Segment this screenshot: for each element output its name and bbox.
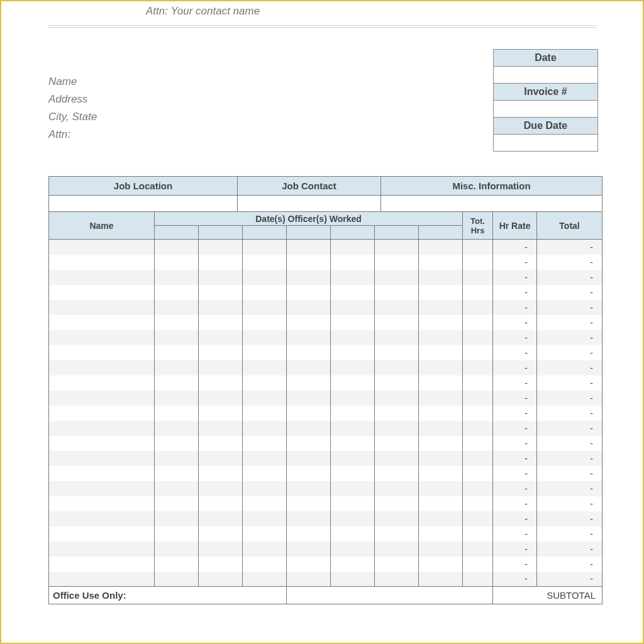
table-cell[interactable]: - xyxy=(537,526,602,541)
table-cell[interactable]: - xyxy=(537,240,602,255)
table-cell[interactable] xyxy=(199,466,243,481)
table-cell[interactable] xyxy=(375,240,419,255)
table-cell[interactable]: - xyxy=(537,466,602,481)
table-cell[interactable] xyxy=(49,557,155,572)
table-cell[interactable] xyxy=(419,240,463,255)
table-cell[interactable] xyxy=(199,375,243,391)
table-cell[interactable] xyxy=(419,285,463,300)
table-cell[interactable] xyxy=(199,421,243,436)
table-cell[interactable] xyxy=(375,285,419,300)
table-cell[interactable]: - xyxy=(493,406,537,421)
table-cell[interactable] xyxy=(199,436,243,451)
table-cell[interactable] xyxy=(419,391,463,406)
table-cell[interactable]: - xyxy=(493,270,537,285)
table-cell[interactable]: - xyxy=(493,240,537,255)
table-cell[interactable] xyxy=(331,345,375,360)
table-cell[interactable] xyxy=(331,255,375,270)
table-cell[interactable] xyxy=(243,511,287,526)
table-cell[interactable] xyxy=(375,360,419,375)
table-cell[interactable] xyxy=(463,466,493,481)
table-cell[interactable]: - xyxy=(493,511,537,526)
table-cell[interactable] xyxy=(287,541,331,557)
table-cell[interactable] xyxy=(331,481,375,496)
table-cell[interactable] xyxy=(155,375,199,391)
table-cell[interactable] xyxy=(287,255,331,270)
table-cell[interactable] xyxy=(375,466,419,481)
table-cell[interactable] xyxy=(375,421,419,436)
table-cell[interactable] xyxy=(463,240,493,255)
table-cell[interactable] xyxy=(419,421,463,436)
table-cell[interactable] xyxy=(463,451,493,466)
table-cell[interactable] xyxy=(243,496,287,511)
table-cell[interactable] xyxy=(287,406,331,421)
table-cell[interactable] xyxy=(199,330,243,345)
table-cell[interactable] xyxy=(419,466,463,481)
table-cell[interactable]: - xyxy=(537,406,602,421)
table-cell[interactable] xyxy=(243,270,287,285)
table-cell[interactable] xyxy=(49,481,155,496)
cell-misc-info[interactable] xyxy=(381,196,602,212)
table-cell[interactable] xyxy=(287,421,331,436)
table-cell[interactable] xyxy=(199,270,243,285)
table-cell[interactable]: - xyxy=(493,345,537,360)
table-cell[interactable] xyxy=(375,557,419,572)
table-cell[interactable]: - xyxy=(537,285,602,300)
table-cell[interactable] xyxy=(243,572,287,587)
table-cell[interactable] xyxy=(463,572,493,587)
table-cell[interactable] xyxy=(199,345,243,360)
table-cell[interactable] xyxy=(243,391,287,406)
table-cell[interactable] xyxy=(287,270,331,285)
table-cell[interactable] xyxy=(243,421,287,436)
table-cell[interactable] xyxy=(287,466,331,481)
table-cell[interactable]: - xyxy=(493,300,537,315)
table-cell[interactable] xyxy=(331,436,375,451)
table-cell[interactable] xyxy=(243,557,287,572)
table-cell[interactable] xyxy=(49,315,155,330)
table-cell[interactable] xyxy=(155,511,199,526)
cell-job-location[interactable] xyxy=(49,196,238,212)
table-cell[interactable]: - xyxy=(493,436,537,451)
table-cell[interactable] xyxy=(419,511,463,526)
table-cell[interactable] xyxy=(49,406,155,421)
table-cell[interactable] xyxy=(375,496,419,511)
table-cell[interactable] xyxy=(155,345,199,360)
table-cell[interactable] xyxy=(287,496,331,511)
table-cell[interactable] xyxy=(331,541,375,557)
table-cell[interactable] xyxy=(463,255,493,270)
table-cell[interactable] xyxy=(155,300,199,315)
table-cell[interactable] xyxy=(155,526,199,541)
table-cell[interactable] xyxy=(155,285,199,300)
date-value[interactable] xyxy=(493,66,598,84)
table-cell[interactable] xyxy=(287,300,331,315)
table-cell[interactable] xyxy=(287,345,331,360)
table-cell[interactable] xyxy=(375,375,419,391)
table-cell[interactable] xyxy=(419,330,463,345)
table-cell[interactable] xyxy=(155,466,199,481)
cell-job-contact[interactable] xyxy=(238,196,381,212)
table-cell[interactable] xyxy=(155,315,199,330)
table-cell[interactable] xyxy=(49,375,155,391)
table-cell[interactable] xyxy=(49,496,155,511)
table-cell[interactable] xyxy=(419,375,463,391)
table-cell[interactable] xyxy=(49,391,155,406)
table-cell[interactable]: - xyxy=(537,557,602,572)
table-cell[interactable]: - xyxy=(537,375,602,391)
table-cell[interactable] xyxy=(331,270,375,285)
table-cell[interactable]: - xyxy=(493,315,537,330)
table-cell[interactable] xyxy=(287,481,331,496)
table-cell[interactable] xyxy=(331,526,375,541)
table-cell[interactable] xyxy=(375,330,419,345)
table-cell[interactable]: - xyxy=(493,526,537,541)
table-cell[interactable]: - xyxy=(493,481,537,496)
table-cell[interactable] xyxy=(419,481,463,496)
table-cell[interactable] xyxy=(375,315,419,330)
table-cell[interactable] xyxy=(49,330,155,345)
table-cell[interactable] xyxy=(49,541,155,557)
table-cell[interactable] xyxy=(155,421,199,436)
table-cell[interactable] xyxy=(155,481,199,496)
table-cell[interactable] xyxy=(463,300,493,315)
table-cell[interactable] xyxy=(331,315,375,330)
table-cell[interactable] xyxy=(419,255,463,270)
table-cell[interactable] xyxy=(331,421,375,436)
table-cell[interactable]: - xyxy=(537,360,602,375)
